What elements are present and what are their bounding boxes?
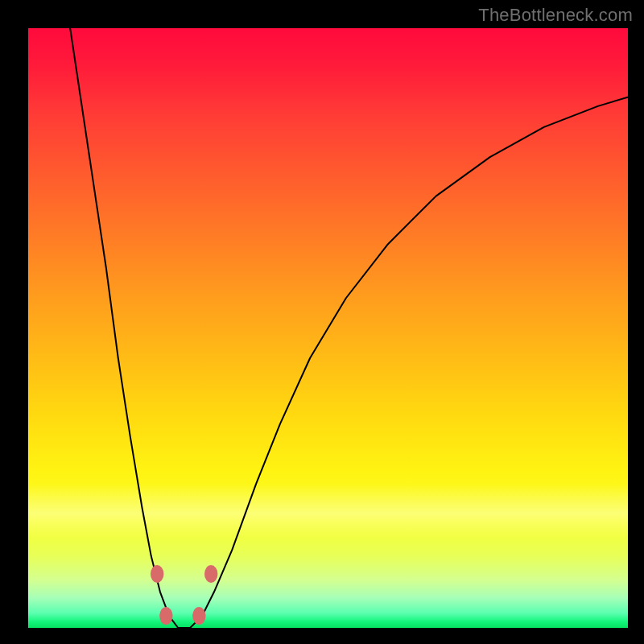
marker-left-shoulder-upper	[151, 565, 163, 583]
chart-frame: TheBottleneck.com	[0, 0, 644, 644]
marker-right-shoulder-upper	[204, 565, 217, 583]
bottleneck-curve	[70, 28, 628, 628]
plot-area	[28, 28, 628, 628]
watermark-text: TheBottleneck.com	[478, 5, 633, 26]
marker-right-shoulder-lower	[192, 607, 205, 625]
curve-layer	[28, 28, 628, 628]
marker-left-shoulder-lower	[159, 607, 172, 625]
